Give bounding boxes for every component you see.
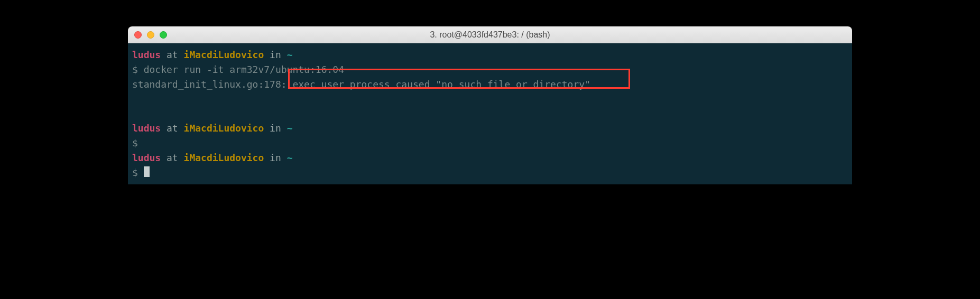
close-icon[interactable] — [134, 31, 142, 39]
error-message: exec user process caused "no such file o… — [287, 79, 590, 90]
error-line: standard_init_linux.go:178: exec user pr… — [132, 77, 848, 92]
prompt-line-2: ludus at iMacdiLudovico in ~ — [132, 121, 848, 136]
cursor-icon — [144, 166, 150, 177]
command: docker run -it arm32v7/ubuntu:16.04 — [144, 64, 344, 75]
prompt-user: ludus — [132, 49, 161, 60]
current-command-line: $ — [132, 165, 848, 180]
blank-line — [132, 107, 848, 122]
prompt-path: ~ — [287, 49, 293, 60]
prompt-in: in — [264, 123, 286, 134]
prompt-host: iMacdiLudovico — [184, 152, 264, 163]
prompt-path: ~ — [287, 123, 293, 134]
maximize-icon[interactable] — [160, 31, 167, 39]
prompt-symbol: $ — [132, 167, 138, 178]
prompt-user: ludus — [132, 123, 161, 134]
terminal-window: 3. root@4033fd437be3: / (bash) ludus at … — [128, 26, 852, 184]
prompt-at: at — [161, 123, 183, 134]
command-line: $ docker run -it arm32v7/ubuntu:16.04 — [132, 62, 848, 77]
minimize-icon[interactable] — [147, 31, 154, 39]
empty-command-line: $ — [132, 136, 848, 151]
prompt-user: ludus — [132, 152, 161, 163]
window-title: 3. root@4033fd437be3: / (bash) — [134, 30, 846, 40]
terminal-body[interactable]: ludus at iMacdiLudovico in ~ $ docker ru… — [128, 43, 852, 184]
prompt-at: at — [161, 49, 183, 60]
traffic-lights — [134, 31, 167, 39]
titlebar[interactable]: 3. root@4033fd437be3: / (bash) — [128, 26, 852, 43]
prompt-host: iMacdiLudovico — [184, 123, 264, 134]
prompt-line-3: ludus at iMacdiLudovico in ~ — [132, 151, 848, 165]
blank-line — [132, 92, 848, 107]
prompt-in: in — [264, 152, 286, 163]
prompt-symbol: $ — [132, 64, 138, 75]
prompt-in: in — [264, 49, 286, 60]
error-prefix: standard_init_linux.go:178: — [132, 79, 287, 90]
prompt-symbol: $ — [132, 137, 138, 148]
prompt-path: ~ — [287, 152, 293, 163]
command-text — [138, 64, 144, 75]
prompt-line-1: ludus at iMacdiLudovico in ~ — [132, 48, 848, 62]
prompt-at: at — [161, 152, 183, 163]
prompt-host: iMacdiLudovico — [184, 49, 264, 60]
